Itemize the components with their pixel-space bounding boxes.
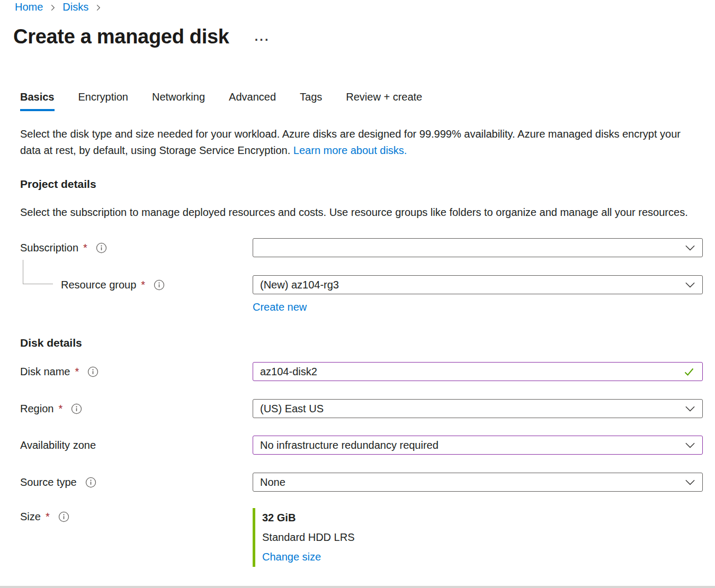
availability-zone-label-cell: Availability zone xyxy=(20,436,253,455)
source-type-label-cell: Source type xyxy=(20,473,253,492)
size-label: Size xyxy=(20,511,41,523)
region-label-cell: Region * xyxy=(20,399,253,418)
tab-tags[interactable]: Tags xyxy=(300,91,322,111)
size-row: Size * 32 GiB Standard HDD LRS Change si… xyxy=(20,508,715,567)
tab-basics[interactable]: Basics xyxy=(20,91,55,111)
info-icon[interactable] xyxy=(85,477,96,488)
more-menu-button[interactable]: ··· xyxy=(255,34,270,48)
tab-advanced[interactable]: Advanced xyxy=(229,91,276,111)
chevron-down-icon xyxy=(685,440,695,450)
project-details-heading: Project details xyxy=(20,177,715,191)
breadcrumb: Home Disks xyxy=(0,0,715,13)
availability-zone-label: Availability zone xyxy=(20,439,96,451)
availability-zone-row: Availability zone No infrastructure redu… xyxy=(20,436,715,455)
chevron-down-icon xyxy=(685,477,695,487)
info-icon[interactable] xyxy=(154,279,165,291)
resource-group-label-cell: Resource group * xyxy=(20,275,253,294)
info-icon[interactable] xyxy=(87,366,99,377)
required-marker: * xyxy=(75,366,79,378)
page-header: Create a managed disk ··· xyxy=(13,25,715,48)
resource-group-row: Resource group * (New) az104-rg3 Create … xyxy=(20,275,715,313)
info-icon[interactable] xyxy=(96,242,107,254)
source-type-row: Source type None xyxy=(20,473,715,492)
tab-networking[interactable]: Networking xyxy=(152,91,205,111)
size-summary: 32 GiB Standard HDD LRS Change size xyxy=(253,508,703,567)
resource-group-label: Resource group xyxy=(61,279,136,291)
resource-group-dropdown[interactable]: (New) az104-rg3 xyxy=(253,275,703,294)
source-type-dropdown[interactable]: None xyxy=(253,473,703,492)
size-value: 32 GiB xyxy=(262,508,703,528)
chevron-down-icon xyxy=(685,279,695,290)
info-icon[interactable] xyxy=(58,511,69,522)
region-value: (US) East US xyxy=(260,403,324,415)
size-label-cell: Size * xyxy=(20,508,253,523)
region-label: Region xyxy=(20,403,53,415)
tab-encryption[interactable]: Encryption xyxy=(78,91,129,111)
project-details-form: Subscription * Resource group * xyxy=(20,238,715,313)
chevron-right-icon xyxy=(49,4,57,12)
create-new-link[interactable]: Create new xyxy=(253,301,307,313)
required-marker: * xyxy=(83,242,87,254)
disk-name-label: Disk name xyxy=(20,366,70,378)
region-dropdown[interactable]: (US) East US xyxy=(253,399,703,418)
bottom-divider xyxy=(0,586,715,588)
subscription-label: Subscription xyxy=(20,242,78,254)
region-row: Region * (US) East US xyxy=(20,399,715,418)
source-type-label: Source type xyxy=(20,476,77,489)
source-type-value: None xyxy=(260,476,285,489)
subscription-row: Subscription * xyxy=(20,238,715,257)
intro-text: Select the disk type and size needed for… xyxy=(20,126,695,159)
learn-more-link[interactable]: Learn more about disks. xyxy=(293,144,407,156)
project-details-description: Select the subscription to manage deploy… xyxy=(20,204,695,221)
page-title: Create a managed disk xyxy=(13,25,229,48)
change-size-link[interactable]: Change size xyxy=(262,547,321,567)
chevron-down-icon xyxy=(685,242,695,253)
breadcrumb-home[interactable]: Home xyxy=(15,1,43,13)
disk-name-label-cell: Disk name * xyxy=(20,362,253,381)
disk-details-form: Disk name * Region * (US) East U xyxy=(20,362,715,567)
disk-name-input[interactable] xyxy=(260,363,683,381)
size-sku: Standard HDD LRS xyxy=(262,528,703,547)
disk-name-field xyxy=(253,362,703,381)
tab-bar: Basics Encryption Networking Advanced Ta… xyxy=(20,91,715,111)
availability-zone-value: No infrastructure redundancy required xyxy=(260,439,439,451)
disk-name-row: Disk name * xyxy=(20,362,715,381)
chevron-down-icon xyxy=(685,403,695,414)
chevron-right-icon xyxy=(94,4,102,12)
availability-zone-dropdown[interactable]: No infrastructure redundancy required xyxy=(253,436,703,455)
parent-child-connector xyxy=(23,260,53,284)
subscription-dropdown[interactable] xyxy=(253,238,703,257)
tab-review-create[interactable]: Review + create xyxy=(346,91,422,111)
info-icon[interactable] xyxy=(71,403,82,414)
resource-group-value: (New) az104-rg3 xyxy=(260,279,339,291)
valid-check-icon xyxy=(683,365,695,378)
disk-details-heading: Disk details xyxy=(20,336,715,350)
breadcrumb-disks[interactable]: Disks xyxy=(62,1,88,13)
required-marker: * xyxy=(141,279,145,291)
required-marker: * xyxy=(46,511,50,523)
required-marker: * xyxy=(58,403,62,415)
subscription-label-cell: Subscription * xyxy=(20,238,253,257)
